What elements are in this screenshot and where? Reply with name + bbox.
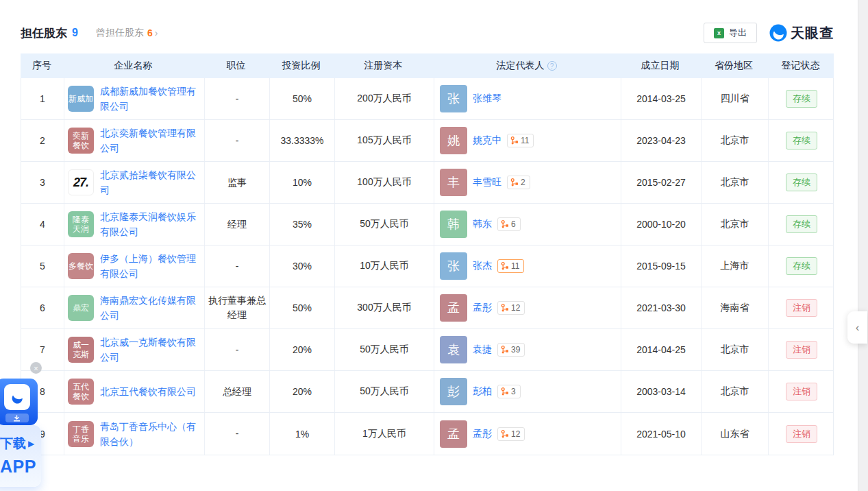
company-logo[interactable]: 鼎宏 xyxy=(68,295,94,321)
company-link[interactable]: 北京威一克斯餐饮有限公司 xyxy=(100,335,201,365)
rep-link[interactable]: 彭柏 xyxy=(473,385,492,398)
company-link[interactable]: 青岛丁香音乐中心（有限合伙） xyxy=(100,419,201,449)
status-cell: 存续 xyxy=(768,246,834,287)
company-logo[interactable]: 隆泰 天润 xyxy=(68,211,94,237)
relation-graph-icon xyxy=(501,430,509,438)
relation-count-badge[interactable]: 3 xyxy=(497,385,521,398)
download-text: 下载 xyxy=(0,435,26,453)
status-badge: 注销 xyxy=(786,299,817,317)
status-cell: 注销 xyxy=(768,329,834,370)
table-row: 5 多餐饮 伊多（上海）餐饮管理有限公司 - 30% 10万人民币 张 张杰 1… xyxy=(21,246,833,287)
relation-count-badge[interactable]: 2 xyxy=(507,176,530,189)
relation-count-badge[interactable]: 39 xyxy=(497,343,525,357)
company-logo[interactable]: 威一 克斯 xyxy=(68,337,94,363)
rep-avatar[interactable]: 姚 xyxy=(440,127,467,154)
col-header-legal-rep: 法定代表人 ? xyxy=(433,60,620,72)
status-badge: 注销 xyxy=(786,383,817,400)
relation-graph-icon xyxy=(510,178,519,187)
former-count: 6 xyxy=(147,27,153,38)
capital-cell: 50万人民币 xyxy=(334,204,434,245)
app-download-label[interactable]: 下载 ▶ APP xyxy=(0,425,41,487)
rep-link[interactable]: 丰雪旺 xyxy=(473,176,501,189)
company-link[interactable]: 成都新威加餐饮管理有限公司 xyxy=(100,84,201,114)
capital-cell: 300万人民币 xyxy=(334,287,434,328)
rep-link[interactable]: 张杰 xyxy=(473,260,492,272)
rep-link[interactable]: 张维琴 xyxy=(473,93,501,105)
company-link[interactable]: 伊多（上海）餐饮管理有限公司 xyxy=(100,251,201,281)
rep-avatar[interactable]: 袁 xyxy=(440,336,467,363)
position-cell: 监事 xyxy=(204,162,269,203)
table-row: 6 鼎宏 海南鼎宏文化传媒有限公司 执行董事兼总经理 50% 300万人民币 孟… xyxy=(21,287,833,329)
relation-count-badge[interactable]: 12 xyxy=(497,301,525,315)
rep-avatar[interactable]: 韩 xyxy=(440,211,467,238)
app-download-tile[interactable] xyxy=(0,379,38,425)
export-button[interactable]: x 导出 xyxy=(704,23,757,43)
company-logo[interactable]: 五代 餐饮 xyxy=(68,379,94,405)
page-title: 担任股东 xyxy=(21,25,67,41)
ratio-cell: 50% xyxy=(269,287,334,328)
province-cell: 北京市 xyxy=(701,371,768,412)
legal-rep-cell: 袁 袁捷 39 xyxy=(434,329,621,370)
legal-rep-cell: 张 张杰 11 xyxy=(434,246,621,287)
company-link[interactable]: 海南鼎宏文化传媒有限公司 xyxy=(100,293,201,323)
rep-link[interactable]: 孟彤 xyxy=(473,302,492,314)
rep-avatar[interactable]: 彭 xyxy=(440,378,467,405)
rep-avatar[interactable]: 丰 xyxy=(440,169,467,196)
rep-avatar[interactable]: 孟 xyxy=(440,420,467,448)
capital-cell: 50万人民币 xyxy=(334,371,434,412)
rep-avatar[interactable]: 张 xyxy=(440,85,467,112)
side-panel-toggle[interactable]: ‹ xyxy=(847,311,867,344)
company-logo[interactable]: 奕新 餐饮 xyxy=(68,128,94,154)
table-row: 9 丁香 音乐 青岛丁香音乐中心（有限合伙） - 1% 1万人民币 孟 孟彤 1… xyxy=(21,413,833,455)
position-cell: - xyxy=(204,413,269,455)
company-link[interactable]: 北京奕新餐饮管理有限公司 xyxy=(100,125,201,156)
rep-link[interactable]: 孟彤 xyxy=(473,428,492,440)
row-index-cell: 6 xyxy=(21,287,64,328)
relation-count-badge[interactable]: 6 xyxy=(497,217,521,231)
status-cell: 注销 xyxy=(768,371,834,412)
tianyancha-eye-icon xyxy=(769,24,787,42)
legal-rep-cell: 彭 彭柏 3 xyxy=(434,371,621,412)
company-logo[interactable]: 27. xyxy=(68,169,94,195)
relation-graph-icon xyxy=(501,220,509,228)
company-link[interactable]: 北京隆泰天润餐饮娱乐有限公司 xyxy=(100,209,201,239)
company-link[interactable]: 北京五代餐饮有限公司 xyxy=(100,384,201,399)
relation-count: 39 xyxy=(511,345,520,355)
rep-avatar[interactable]: 张 xyxy=(440,252,467,280)
capital-cell: 105万人民币 xyxy=(334,120,434,161)
rep-link[interactable]: 姚克中 xyxy=(473,134,501,147)
help-icon[interactable]: ? xyxy=(547,61,557,71)
close-icon[interactable]: × xyxy=(30,362,42,374)
relation-count-badge[interactable]: 11 xyxy=(497,259,524,273)
status-cell: 存续 xyxy=(768,78,834,119)
former-shareholders-link[interactable]: 曾担任股东 6 › xyxy=(96,27,158,39)
date-cell: 2021-05-10 xyxy=(621,413,701,455)
status-cell: 注销 xyxy=(768,287,834,328)
relation-graph-icon xyxy=(501,304,509,312)
col-header-company: 企业名称 xyxy=(63,60,203,72)
rep-link[interactable]: 袁捷 xyxy=(473,344,492,356)
relation-count-badge[interactable]: 12 xyxy=(497,427,525,441)
chevron-right-icon: › xyxy=(155,27,158,38)
relation-graph-icon xyxy=(501,262,509,270)
relation-count: 3 xyxy=(511,387,516,396)
company-cell: 新威加 成都新威加餐饮管理有限公司 xyxy=(64,78,204,119)
company-logo[interactable]: 多餐饮 xyxy=(68,253,94,279)
page-gutter xyxy=(858,0,868,491)
rep-link[interactable]: 韩东 xyxy=(473,218,492,230)
relation-count-badge[interactable]: 11 xyxy=(507,134,534,147)
company-link[interactable]: 北京贰拾柒餐饮有限公司 xyxy=(100,167,201,197)
ratio-cell: 1% xyxy=(269,413,334,455)
rep-avatar[interactable]: 孟 xyxy=(440,294,467,322)
tianyancha-eye-icon xyxy=(8,388,26,406)
status-cell: 存续 xyxy=(768,120,834,161)
table-header-row: 序号 企业名称 职位 投资比例 注册资本 法定代表人 ? 成立日期 省份地区 登… xyxy=(21,53,834,78)
company-logo[interactable]: 新威加 xyxy=(68,86,94,112)
company-cell: 27. 北京贰拾柒餐饮有限公司 xyxy=(64,162,204,203)
company-logo[interactable]: 丁香 音乐 xyxy=(68,421,94,447)
chevron-left-icon: ‹ xyxy=(856,321,860,335)
position-cell: - xyxy=(204,78,269,119)
capital-cell: 200万人民币 xyxy=(334,78,434,119)
col-header-status: 登记状态 xyxy=(767,60,834,72)
app-text: APP xyxy=(0,457,41,477)
